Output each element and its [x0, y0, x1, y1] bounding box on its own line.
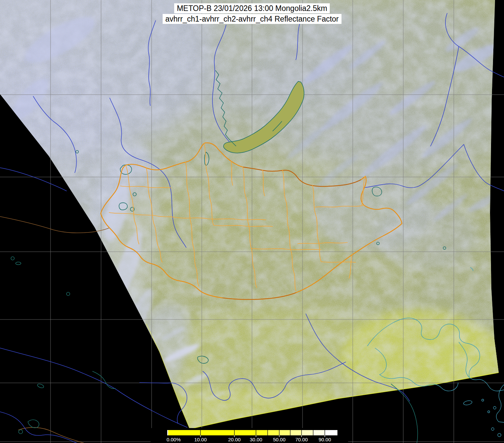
colorbar-label: 20.00 — [228, 437, 241, 442]
colorbar: 0.00% 10.00 20.00 30.00 50.00 70.00 90.0… — [151, 428, 348, 443]
colorbar-label: 50.00 — [273, 437, 286, 442]
colorbar-label: 90.00 — [318, 437, 331, 442]
colorbar-segments — [167, 430, 337, 435]
colorbar-segment — [313, 430, 325, 435]
colorbar-segment — [200, 430, 234, 435]
colorbar-segment — [256, 430, 268, 435]
satellite-image-canvas: 0.00% 10.00 20.00 30.00 50.00 70.00 90.0… — [0, 0, 504, 443]
product-title-line1: METOP-B 23/01/2026 13:00 Mongolia2.5km — [174, 3, 330, 13]
colorbar-label: 0.00% — [167, 437, 181, 442]
colorbar-segment — [268, 430, 279, 435]
colorbar-label: 10.00 — [194, 437, 207, 442]
colorbar-label: 30.00 — [250, 437, 262, 442]
colorbar-segment — [325, 430, 337, 435]
colorbar-zero-notch — [167, 430, 168, 435]
product-title-line2: avhrr_ch1-avhrr_ch2-avhrr_ch4 Reflectanc… — [163, 14, 341, 24]
satellite-product-view: 0.00% 10.00 20.00 30.00 50.00 70.00 90.0… — [0, 0, 504, 443]
colorbar-label: 70.00 — [295, 437, 308, 442]
colorbar-segment — [167, 430, 200, 435]
colorbar-segment — [302, 430, 313, 435]
colorbar-segment — [279, 430, 290, 435]
colorbar-segment — [234, 430, 256, 435]
colorbar-segment — [290, 430, 302, 435]
